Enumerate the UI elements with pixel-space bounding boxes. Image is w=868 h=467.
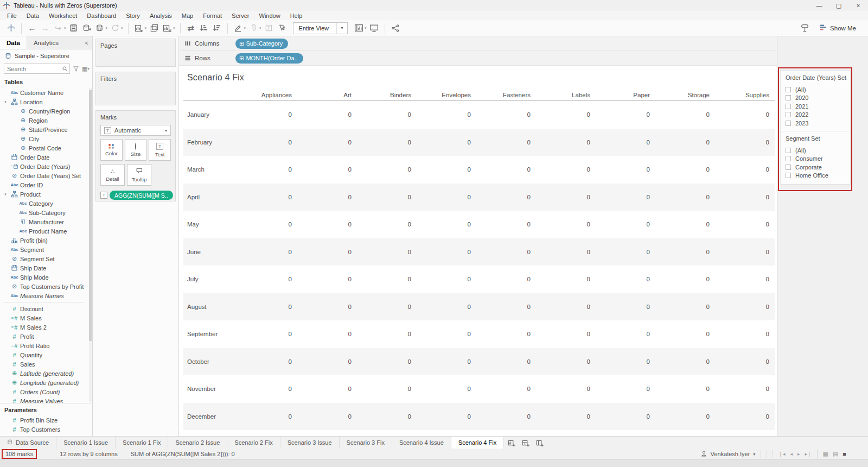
show-sheet-sorter-icon[interactable]: ▦ — [823, 451, 828, 458]
menu-analysis[interactable]: Analysis — [145, 12, 177, 19]
text-button[interactable]: TText — [149, 139, 171, 161]
mark-type-dropdown[interactable]: T Automatic ▾ — [100, 125, 171, 136]
row-header-september[interactable]: September — [183, 331, 238, 337]
row-header-november[interactable]: November — [183, 386, 238, 392]
tooltip-button[interactable]: Tooltip — [127, 164, 151, 186]
mark-cell[interactable]: 0 — [536, 221, 596, 228]
mark-cell[interactable]: 0 — [417, 111, 476, 118]
column-header-envelopes[interactable]: Envelopes — [417, 90, 476, 100]
last-sheet-icon[interactable]: ▸❘ — [805, 451, 811, 457]
mark-cell[interactable]: 0 — [297, 221, 357, 228]
tab-data[interactable]: Data — [0, 36, 27, 49]
field-latitude-generated[interactable]: ⊕Latitude (generated) — [0, 369, 88, 378]
set-option-all[interactable]: (All) — [786, 85, 845, 94]
mark-cell[interactable]: 0 — [476, 304, 536, 310]
refresh-button[interactable] — [108, 22, 122, 35]
column-header-storage[interactable]: Storage — [655, 90, 715, 100]
marks-measure-pill[interactable]: AGG(ZN(SUM([M S.. — [110, 191, 173, 200]
mark-cell[interactable]: 0 — [238, 276, 297, 282]
mark-cell[interactable]: 0 — [417, 386, 476, 392]
mark-cell[interactable]: 0 — [715, 331, 775, 337]
mark-cell[interactable]: 0 — [297, 276, 357, 282]
menu-window[interactable]: Window — [254, 12, 285, 19]
clear-sheet-button[interactable] — [161, 22, 174, 35]
first-sheet-icon[interactable]: ❘◂ — [778, 451, 785, 457]
show-tabs-icon[interactable]: ■ — [843, 451, 846, 458]
column-header-supplies[interactable]: Supplies — [715, 90, 775, 100]
field-profit-ratio[interactable]: =#Profit Ratio — [0, 341, 88, 350]
mark-cell[interactable]: 0 — [476, 358, 536, 365]
field-orders-count[interactable]: #Orders (Count) — [0, 387, 88, 396]
tab-analytics[interactable]: Analytics — [27, 36, 65, 49]
column-header-fasteners[interactable]: Fasteners — [476, 90, 536, 100]
mark-cell[interactable]: 0 — [238, 304, 297, 310]
expand-caret-icon[interactable]: ▾ — [2, 192, 9, 197]
mark-cell[interactable]: 0 — [476, 249, 536, 255]
menu-map[interactable]: Map — [177, 12, 198, 19]
user-menu[interactable]: Venkatesh Iyer ▾ — [700, 450, 756, 458]
presentation-mode-button[interactable] — [368, 22, 381, 35]
mark-cell[interactable]: 0 — [238, 413, 297, 420]
mark-cell[interactable]: 0 — [357, 194, 417, 200]
save-button[interactable] — [67, 22, 80, 35]
mark-cell[interactable]: 0 — [715, 111, 775, 118]
mark-cell[interactable]: 0 — [417, 276, 476, 282]
new-worksheet-button[interactable] — [132, 22, 145, 35]
menu-file[interactable]: File — [2, 12, 22, 19]
field-country-region[interactable]: ⊕Country/Region — [0, 106, 88, 116]
mark-cell[interactable]: 0 — [715, 249, 775, 255]
undo-button[interactable]: ← — [25, 22, 39, 35]
mark-cell[interactable]: 0 — [417, 221, 476, 228]
pause-updates-button[interactable] — [93, 22, 106, 35]
new-worksheet-button[interactable] — [504, 437, 518, 449]
column-header-binders[interactable]: Binders — [357, 90, 417, 100]
next-sheet-icon[interactable]: ▸ — [797, 451, 800, 457]
mark-cell[interactable]: 0 — [536, 413, 596, 420]
mark-cell[interactable]: 0 — [476, 386, 536, 392]
mark-cell[interactable]: 0 — [536, 249, 596, 255]
field-profit[interactable]: #Profit — [0, 332, 88, 341]
mark-cell[interactable]: 0 — [238, 166, 297, 173]
menu-help[interactable]: Help — [285, 12, 308, 19]
close-button[interactable]: × — [848, 0, 868, 11]
mark-cell[interactable]: 0 — [297, 139, 357, 146]
mark-cell[interactable]: 0 — [655, 194, 715, 200]
tab-scenario-4-issue[interactable]: Scenario 4 Issue — [392, 437, 451, 449]
mark-cell[interactable]: 0 — [297, 304, 357, 310]
field-top-customers-by-profit[interactable]: ⊘Top Customers by Profit — [0, 282, 88, 291]
mark-cell[interactable]: 0 — [476, 194, 536, 200]
menu-server[interactable]: Server — [227, 12, 254, 19]
checkbox-unchecked[interactable] — [786, 165, 791, 170]
field-ship-date[interactable]: Ship Date — [0, 263, 88, 273]
checkbox-unchecked[interactable] — [786, 121, 791, 126]
mark-cell[interactable]: 0 — [476, 413, 536, 420]
row-header-december[interactable]: December — [183, 413, 238, 420]
row-header-august[interactable]: August — [183, 304, 238, 310]
mark-cell[interactable]: 0 — [238, 221, 297, 228]
field-sales[interactable]: #Sales — [0, 359, 88, 369]
field-order-date-years-set[interactable]: ⊘Order Date (Years) Set — [0, 171, 88, 180]
mark-cell[interactable]: 0 — [596, 249, 655, 255]
mark-cell[interactable]: 0 — [297, 194, 357, 200]
mark-cell[interactable]: 0 — [715, 276, 775, 282]
mark-cell[interactable]: 0 — [655, 413, 715, 420]
tab-scenario-1-issue[interactable]: Scenario 1 Issue — [56, 437, 116, 449]
redo-button[interactable]: → — [39, 22, 52, 35]
field-location[interactable]: ▾Location — [0, 97, 88, 106]
mark-cell[interactable]: 0 — [536, 358, 596, 365]
field-ship-mode[interactable]: AbcShip Mode — [0, 273, 88, 282]
field-order-date-years[interactable]: =Order Date (Years) — [0, 162, 88, 171]
mark-cell[interactable]: 0 — [476, 331, 536, 337]
set-option-2023[interactable]: 2023 — [786, 119, 845, 128]
field-order-id[interactable]: AbcOrder ID — [0, 180, 88, 190]
mark-cell[interactable]: 0 — [596, 139, 655, 146]
mark-cell[interactable]: 0 — [417, 331, 476, 337]
row-header-october[interactable]: October — [183, 358, 238, 365]
color-button[interactable]: Color — [100, 139, 123, 161]
checkbox-unchecked[interactable] — [786, 104, 791, 109]
checkbox-unchecked[interactable] — [786, 95, 791, 100]
mark-cell[interactable]: 0 — [715, 358, 775, 365]
mark-cell[interactable]: 0 — [596, 413, 655, 420]
size-button[interactable]: Size — [125, 139, 147, 161]
mark-cell[interactable]: 0 — [596, 386, 655, 392]
